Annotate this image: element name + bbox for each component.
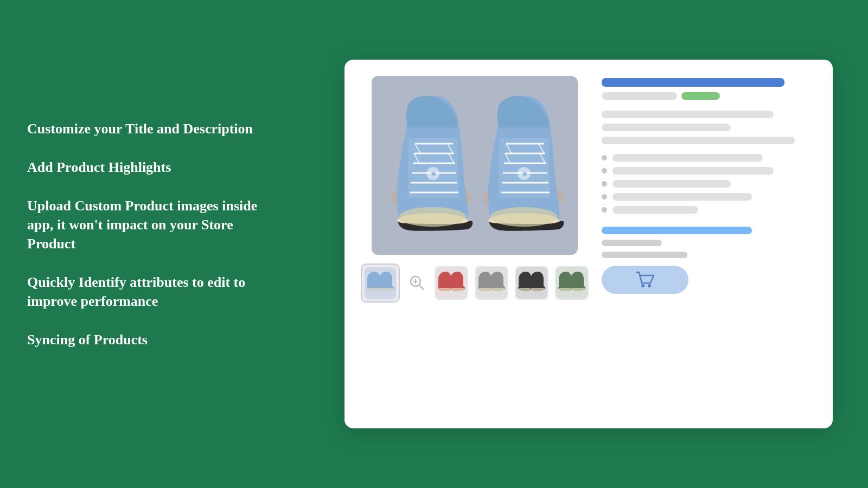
feature-text-sync: Syncing of Products — [27, 332, 148, 348]
svg-point-59 — [641, 284, 644, 287]
color-thumb-darkgray[interactable] — [515, 266, 548, 300]
bullet-row-4 — [602, 193, 816, 201]
add-to-cart-button[interactable] — [602, 266, 688, 294]
bullet-row-5 — [602, 206, 816, 214]
svg-text:★: ★ — [430, 170, 437, 178]
qty-bar — [602, 252, 687, 258]
color-thumb-green[interactable] — [555, 266, 589, 300]
color-thumb-gray[interactable] — [475, 266, 508, 300]
bullet-dot — [602, 155, 607, 160]
bullet-dot — [602, 207, 607, 213]
bullet-dot — [602, 168, 607, 174]
browser-mockup: ★ — [344, 60, 833, 428]
cart-icon — [635, 271, 655, 288]
title-bar — [602, 78, 784, 87]
svg-point-60 — [648, 284, 651, 287]
bullet-row-1 — [602, 154, 816, 162]
feature-item-sync: Syncing of Products — [27, 330, 282, 349]
desc-bar-2 — [602, 124, 731, 131]
feature-text-highlights: Add Product Highlights — [27, 159, 171, 175]
feature-item-highlights: Add Product Highlights — [27, 158, 282, 177]
bullet-dot — [602, 181, 607, 187]
thumbnail-selected[interactable] — [361, 264, 400, 303]
bullet-bar-4 — [612, 193, 752, 201]
bullet-bar-1 — [612, 154, 763, 162]
color-thumb-red[interactable] — [435, 266, 468, 300]
mockup-content: ★ — [361, 76, 816, 412]
main-product-image: ★ — [372, 76, 578, 255]
pill-row — [602, 92, 816, 100]
product-images-section: ★ — [361, 76, 589, 412]
thumbnails-row — [361, 264, 589, 303]
feature-item-images: Upload Custom Product images inside app,… — [27, 196, 282, 253]
desc-bar-3 — [602, 137, 795, 144]
shoe-svg: ★ — [382, 84, 567, 247]
bullet-row-2 — [602, 167, 816, 175]
right-panel: ★ — [309, 43, 868, 445]
bullet-dot — [602, 194, 607, 200]
zoom-icon[interactable] — [406, 272, 428, 294]
svg-point-12 — [399, 207, 466, 227]
price-bar — [602, 227, 752, 234]
add-to-cart-area — [602, 227, 816, 294]
bullet-row-3 — [602, 180, 816, 188]
svg-line-36 — [419, 285, 424, 290]
bullet-bar-3 — [612, 180, 731, 188]
size-bar — [602, 240, 662, 246]
product-details-section — [602, 76, 816, 412]
bullet-rows — [602, 154, 816, 214]
left-panel: Customize your Title and Description Add… — [0, 87, 309, 402]
desc-bar-1 — [602, 111, 774, 118]
feature-text-identify: Quickly Identify attributes to edit to i… — [27, 274, 245, 309]
skeleton-short — [602, 92, 677, 100]
bullet-bar-5 — [612, 206, 698, 214]
feature-item-identify: Quickly Identify attributes to edit to i… — [27, 273, 282, 311]
svg-point-27 — [490, 207, 557, 227]
feature-text-title: Customize your Title and Description — [27, 121, 253, 137]
svg-text:★: ★ — [521, 170, 528, 178]
feature-text-images: Upload Custom Product images inside app,… — [27, 198, 257, 252]
feature-item-title: Customize your Title and Description — [27, 119, 282, 138]
bullet-bar-2 — [612, 167, 774, 175]
status-pill — [681, 92, 720, 100]
